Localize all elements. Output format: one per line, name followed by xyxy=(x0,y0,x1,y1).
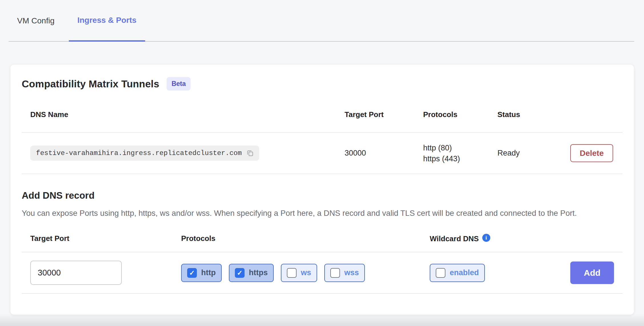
tab-bar: VM Config Ingress & Ports xyxy=(0,0,644,42)
delete-button[interactable]: Delete xyxy=(570,144,613,162)
table-row: festive-varahamihira.ingress.replicatedc… xyxy=(22,133,623,174)
protocols-group: ✓ http ✓ https ✓ ws ✓ wss xyxy=(181,264,430,282)
add-dns-form-row: ✓ http ✓ https ✓ ws ✓ wss ✓ enabled Add xyxy=(22,252,623,294)
checkbox-wss: ✓ xyxy=(330,268,340,278)
wildcard-enabled-checkbox[interactable]: ✓ enabled xyxy=(430,264,485,282)
row-protocol-https: https (443) xyxy=(423,153,497,164)
beta-badge: Beta xyxy=(167,77,191,90)
checkbox-http: ✓ xyxy=(187,268,197,278)
checkbox-ws-label: ws xyxy=(301,268,311,277)
checkbox-https: ✓ xyxy=(235,268,245,278)
row-target-port: 30000 xyxy=(345,149,423,158)
copy-icon[interactable] xyxy=(246,149,254,157)
dns-name-value: festive-varahamihira.ingress.replicatedc… xyxy=(36,149,242,157)
add-dns-heading: Add DNS record xyxy=(22,190,623,201)
tunnels-panel: Compatibility Matrix Tunnels Beta DNS Na… xyxy=(10,64,634,315)
col-header-status: Status xyxy=(497,110,570,119)
panel-title: Compatibility Matrix Tunnels xyxy=(22,78,159,90)
add-dns-header-row: Target Port Protocols Wildcard DNSi xyxy=(22,225,623,252)
protocol-checkbox-ws[interactable]: ✓ ws xyxy=(281,264,317,282)
checkbox-http-label: http xyxy=(201,268,216,277)
add-dns-description: You can expose Ports using http, https, … xyxy=(22,207,587,219)
checkbox-wss-label: wss xyxy=(344,268,359,277)
col-header-protocols-2: Protocols xyxy=(181,234,430,243)
tab-vm-config[interactable]: VM Config xyxy=(9,0,63,42)
target-port-input[interactable] xyxy=(30,261,122,285)
row-status: Ready xyxy=(497,149,570,158)
tunnels-table-header: DNS Name Target Port Protocols Status xyxy=(22,97,623,133)
dns-name-pill: festive-varahamihira.ingress.replicatedc… xyxy=(30,146,259,161)
info-icon[interactable]: i xyxy=(482,234,490,242)
col-header-target-port: Target Port xyxy=(345,110,423,119)
checkbox-https-label: https xyxy=(249,268,268,277)
row-protocols: http (80) https (443) xyxy=(423,142,497,164)
wildcard-dns-label: Wildcard DNS xyxy=(430,234,479,243)
col-header-dns-name: DNS Name xyxy=(22,110,345,119)
checkbox-wildcard: ✓ xyxy=(436,268,445,278)
row-protocol-http: http (80) xyxy=(423,142,497,153)
checkbox-wildcard-label: enabled xyxy=(450,268,479,277)
protocol-checkbox-https[interactable]: ✓ https xyxy=(229,264,274,282)
protocol-checkbox-wss[interactable]: ✓ wss xyxy=(324,264,365,282)
protocol-checkbox-http[interactable]: ✓ http xyxy=(181,264,222,282)
col-header-protocols: Protocols xyxy=(423,110,497,119)
panel-title-row: Compatibility Matrix Tunnels Beta xyxy=(22,65,623,90)
tab-ingress-ports[interactable]: Ingress & Ports xyxy=(69,0,145,42)
checkbox-ws: ✓ xyxy=(287,268,297,278)
col-header-wildcard-dns: Wildcard DNSi xyxy=(430,234,570,243)
add-button[interactable]: Add xyxy=(570,261,614,284)
col-header-target-port-2: Target Port xyxy=(22,234,181,243)
